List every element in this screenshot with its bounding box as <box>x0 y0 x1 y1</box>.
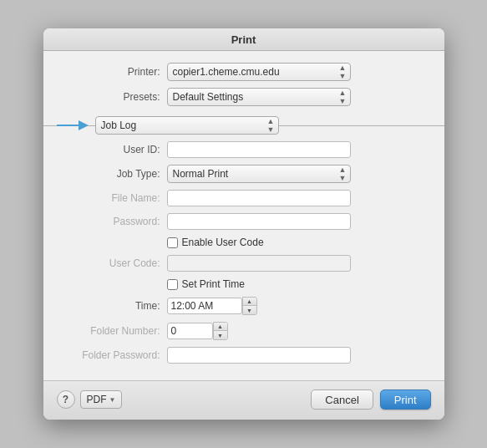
time-label: Time: <box>60 300 160 312</box>
jobtype-select[interactable]: Normal Print Locked Print Hold Print Sto… <box>167 165 351 183</box>
printer-label: Printer: <box>60 66 160 78</box>
dialog-content: Printer: copier1.cheme.cmu.edu ▲▼ Preset… <box>43 51 444 380</box>
joblog-select-wrapper: Job Log ▲▼ <box>95 116 279 135</box>
pdf-button[interactable]: PDF ▼ <box>80 390 123 409</box>
jobtype-select-wrapper: Normal Print Locked Print Hold Print Sto… <box>167 165 351 183</box>
enable-usercode-label[interactable]: Enable User Code <box>167 237 264 248</box>
folder-password-label: Folder Password: <box>60 349 160 361</box>
dialog-title: Print <box>43 28 444 51</box>
printer-select[interactable]: copier1.cheme.cmu.edu <box>167 63 351 81</box>
pdf-dropdown-arrow: ▼ <box>109 396 116 404</box>
help-button[interactable]: ? <box>57 390 75 409</box>
password-row: Password: <box>43 213 444 230</box>
filename-label: File Name: <box>60 192 160 204</box>
folder-number-increment-button[interactable]: ▲ <box>214 323 227 331</box>
folder-password-input[interactable] <box>167 347 351 364</box>
folder-number-label: Folder Number: <box>60 325 160 337</box>
folder-password-row: Folder Password: <box>43 347 444 364</box>
password-input[interactable] <box>167 213 351 230</box>
folder-number-stepper-buttons: ▲ ▼ <box>213 322 228 340</box>
set-printtime-label[interactable]: Set Print Time <box>167 278 245 290</box>
enable-usercode-row: Enable User Code <box>43 237 444 248</box>
usercode-row: User Code: <box>43 255 444 272</box>
divider-section: Job Log ▲▼ <box>43 113 444 138</box>
enable-usercode-checkbox[interactable] <box>167 237 178 248</box>
footer-right: Cancel Print <box>311 389 430 410</box>
filename-row: File Name: <box>43 190 444 206</box>
time-increment-button[interactable]: ▲ <box>243 298 256 306</box>
userid-label: User ID: <box>60 144 160 155</box>
folder-number-input[interactable] <box>167 323 213 339</box>
time-row: Time: ▲ ▼ <box>43 297 444 315</box>
password-label: Password: <box>60 216 160 227</box>
cancel-button[interactable]: Cancel <box>311 389 373 410</box>
time-stepper: ▲ ▼ <box>167 297 257 315</box>
jobtype-row: Job Type: Normal Print Locked Print Hold… <box>43 165 444 183</box>
time-decrement-button[interactable]: ▼ <box>243 306 256 314</box>
presets-label: Presets: <box>60 91 160 103</box>
print-dialog: Print Printer: copier1.cheme.cmu.edu ▲▼ … <box>43 28 444 420</box>
folder-number-decrement-button[interactable]: ▼ <box>214 331 227 339</box>
folder-number-row: Folder Number: ▲ ▼ <box>43 322 444 340</box>
presets-row: Presets: Default Settings ▲▼ <box>43 88 444 106</box>
userid-row: User ID: <box>43 141 444 158</box>
printer-row: Printer: copier1.cheme.cmu.edu ▲▼ <box>43 63 444 81</box>
joblog-select[interactable]: Job Log <box>95 116 279 135</box>
dialog-footer: ? PDF ▼ Cancel Print <box>43 380 444 420</box>
printer-select-wrapper: copier1.cheme.cmu.edu ▲▼ <box>167 63 351 81</box>
arrow-indicator <box>57 119 92 132</box>
time-input[interactable] <box>167 298 242 314</box>
filename-input[interactable] <box>167 190 351 206</box>
time-stepper-buttons: ▲ ▼ <box>242 297 257 315</box>
jobtype-label: Job Type: <box>60 168 160 180</box>
presets-select-wrapper: Default Settings ▲▼ <box>167 88 351 106</box>
set-printtime-row: Set Print Time <box>43 278 444 290</box>
usercode-input[interactable] <box>167 255 351 272</box>
usercode-label: User Code: <box>60 257 160 269</box>
footer-left: ? PDF ▼ <box>57 390 123 409</box>
set-printtime-checkbox[interactable] <box>167 279 178 290</box>
print-button[interactable]: Print <box>380 389 431 410</box>
userid-input[interactable] <box>167 141 351 158</box>
folder-number-stepper: ▲ ▼ <box>167 322 228 340</box>
presets-select[interactable]: Default Settings <box>167 88 351 106</box>
blue-arrow-icon <box>57 119 92 132</box>
